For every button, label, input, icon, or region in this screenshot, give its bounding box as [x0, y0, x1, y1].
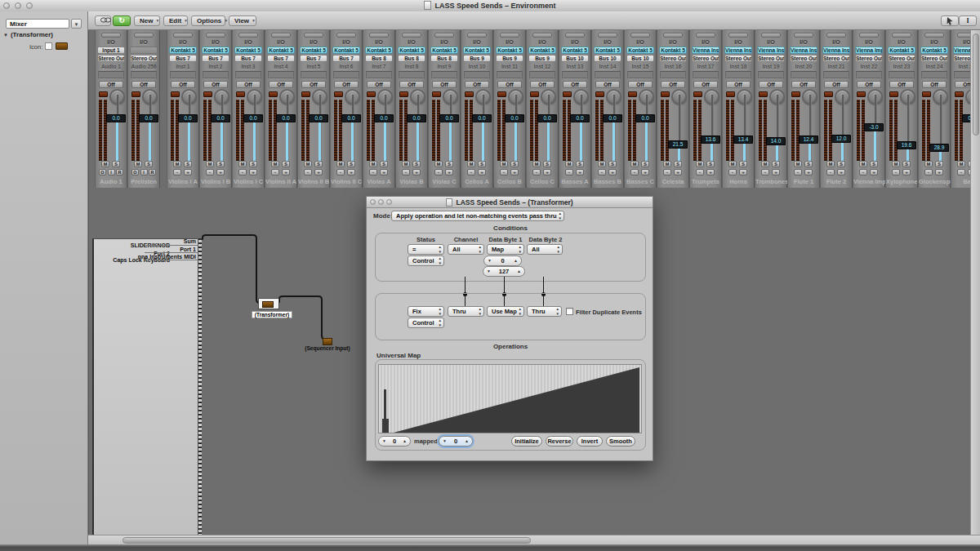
instrument-input-slot[interactable]: Kontakt 5 — [888, 47, 915, 54]
minus-button[interactable]: - — [206, 169, 214, 176]
plus-button[interactable]: + — [902, 169, 911, 176]
menu-edit[interactable]: Edit▼ — [163, 16, 188, 26]
sends-slot[interactable] — [235, 71, 261, 78]
fader-value[interactable]: 0.0 — [439, 114, 459, 122]
channel-config-button[interactable] — [238, 33, 258, 38]
fader-value[interactable]: -3.0 — [864, 123, 884, 131]
channel-config-button[interactable] — [101, 33, 121, 38]
instrument-input-slot[interactable]: Kontakt 5 — [659, 47, 687, 54]
channel-config-button[interactable] — [206, 33, 225, 38]
fader-value[interactable]: 0.0 — [139, 114, 158, 122]
sends-slot[interactable] — [399, 71, 425, 78]
minus-button[interactable]: - — [761, 169, 769, 176]
instrument-input-slot[interactable]: Kontakt 5 — [267, 47, 295, 54]
mute-button[interactable]: M — [859, 161, 867, 167]
output-slot[interactable]: Bus 7 — [169, 55, 197, 62]
mute-button[interactable]: M — [794, 161, 802, 167]
physical-input-port-label[interactable]: Port 1 — [180, 247, 196, 252]
output-slot[interactable]: Bus 8 — [365, 55, 393, 62]
output-slot[interactable]: Stereo Out — [888, 55, 915, 62]
sends-slot[interactable] — [203, 71, 229, 78]
channel-config-button[interactable] — [173, 33, 193, 38]
sends-slot[interactable] — [366, 71, 392, 78]
plus-button[interactable]: + — [739, 169, 747, 176]
instrument-input-slot[interactable]: Vienna Imp — [855, 47, 883, 54]
transformer-dialog[interactable]: LASS Speed Sends – (Transformer) Mode: A… — [366, 196, 653, 461]
automation-mode-button[interactable]: Off — [432, 81, 457, 88]
sends-slot[interactable] — [562, 71, 588, 78]
output-slot[interactable]: Bus 10 — [561, 55, 589, 62]
fader-value[interactable]: 0.0 — [962, 114, 970, 122]
solo-button[interactable]: S — [641, 161, 649, 167]
plus-button[interactable]: + — [380, 169, 388, 176]
physical-input-outlets[interactable] — [198, 238, 202, 535]
mute-button[interactable]: M — [173, 161, 181, 167]
cond-value2-stepper[interactable]: ▼127▲ — [483, 266, 525, 277]
instrument-input-slot[interactable]: Kontakt 5 — [202, 47, 229, 54]
channel-config-button[interactable] — [565, 33, 585, 38]
solo-button[interactable]: S — [674, 161, 682, 167]
automation-mode-button[interactable]: Off — [131, 81, 156, 88]
mute-button[interactable]: M — [434, 161, 443, 167]
sends-slot[interactable] — [627, 71, 653, 78]
instrument-input-slot[interactable]: Kontakt 5 — [300, 47, 327, 54]
menu-view[interactable]: View▼ — [229, 16, 256, 26]
automation-mode-button[interactable]: Off — [99, 81, 123, 88]
automation-mode-button[interactable]: Off — [301, 81, 326, 88]
cond-channel-popup[interactable]: All▲▼ — [448, 244, 484, 255]
automation-mode-button[interactable]: Off — [203, 81, 228, 88]
channel-config-button[interactable] — [336, 33, 356, 38]
plus-button[interactable]: + — [706, 169, 715, 176]
pointer-tool-button[interactable] — [941, 16, 959, 26]
plus-button[interactable]: + — [641, 169, 649, 176]
mute-button[interactable]: M — [532, 161, 541, 167]
minus-button[interactable]: - — [238, 169, 247, 176]
sends-slot[interactable] — [529, 71, 555, 78]
output-slot[interactable]: Bus 8 — [430, 55, 458, 62]
mute-button[interactable]: M — [630, 161, 639, 167]
mute-button[interactable]: M — [826, 161, 835, 167]
plus-button[interactable]: + — [543, 169, 551, 176]
reverse-button[interactable]: Reverse — [546, 436, 573, 447]
output-slot[interactable]: Bus 9 — [496, 55, 523, 62]
solo-button[interactable]: S — [380, 161, 388, 167]
record-led[interactable] — [791, 91, 800, 97]
cond-status-popup[interactable]: =▲▼ — [408, 244, 444, 255]
minus-button[interactable]: - — [892, 169, 900, 176]
record-led[interactable] — [203, 91, 212, 97]
output-slot[interactable]: Bus 9 — [463, 55, 491, 62]
transformer-object[interactable] — [258, 298, 279, 309]
dialog-titlebar[interactable]: LASS Speed Sends – (Transformer) — [367, 197, 653, 208]
solo-button[interactable]: S — [412, 161, 421, 167]
instrument-input-slot[interactable]: Vienna Inst — [953, 47, 970, 54]
solo-button[interactable]: S — [184, 161, 192, 167]
plus-button[interactable]: + — [576, 169, 584, 176]
automation-mode-button[interactable]: Off — [922, 81, 947, 88]
automation-mode-button[interactable]: Off — [236, 81, 261, 88]
record-led[interactable] — [99, 91, 108, 97]
solo-button[interactable]: S — [576, 161, 584, 167]
fader-value[interactable]: 0.0 — [570, 114, 590, 122]
mute-button[interactable]: M — [336, 161, 345, 167]
channel-config-button[interactable] — [892, 33, 911, 38]
solo-button[interactable]: S — [445, 161, 453, 167]
automation-mode-button[interactable]: Off — [661, 81, 685, 88]
output-slot[interactable]: Stereo Out — [97, 55, 125, 62]
channel-config-button[interactable] — [957, 33, 970, 38]
solo-button[interactable]: S — [608, 161, 617, 167]
fader-value[interactable]: 0.0 — [276, 114, 296, 122]
fader-value[interactable]: 12.4 — [799, 136, 818, 144]
layer-selector[interactable]: Mixer — [6, 19, 69, 29]
initialize-button[interactable]: Initialize — [511, 436, 542, 447]
universal-map-graph[interactable] — [378, 364, 642, 433]
automation-mode-button[interactable]: Off — [399, 81, 424, 88]
solo-button[interactable]: S — [314, 161, 323, 167]
record-led[interactable] — [367, 91, 376, 97]
smooth-button[interactable]: Smooth — [606, 436, 635, 447]
automation-mode-button[interactable]: Off — [367, 81, 391, 88]
fader-value[interactable]: 19.6 — [897, 141, 916, 149]
sends-slot[interactable] — [98, 71, 124, 78]
op-status-popup[interactable]: Fix▲▼ — [408, 306, 444, 317]
output-slot[interactable]: Stereo Out — [790, 55, 817, 62]
channel-mode-button[interactable]: O — [99, 169, 106, 176]
